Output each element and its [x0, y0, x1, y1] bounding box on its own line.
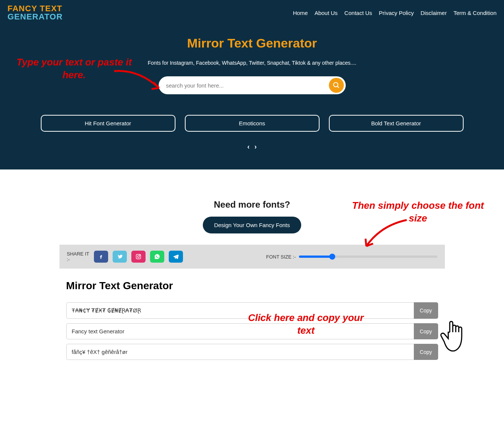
- carousel-prev[interactable]: ‹: [247, 143, 250, 150]
- design-own-button[interactable]: Design Your Own Fancy Fonts: [203, 217, 301, 233]
- carousel-next[interactable]: ›: [254, 143, 257, 150]
- copy-button[interactable]: Copy: [414, 344, 438, 360]
- pill-bold-text[interactable]: Bold Text Generator: [329, 115, 464, 132]
- page-title: Mirror Text Generator: [7, 36, 497, 51]
- search-input[interactable]: [159, 76, 346, 94]
- nav-privacy[interactable]: Privacy Policy: [379, 10, 414, 16]
- result-row: fåñç¥ †êX† gêñêrå†ør Copy: [66, 344, 438, 360]
- arrow-icon: [362, 218, 410, 252]
- telegram-icon[interactable]: [169, 251, 183, 263]
- logo-line1: FANCY TEXT: [7, 4, 63, 13]
- font-size-label: FONT SIZE :-: [266, 254, 296, 260]
- search-button[interactable]: [329, 78, 344, 93]
- nav-disclaimer[interactable]: Disclaimer: [421, 10, 447, 16]
- result-text[interactable]: fåñç¥ †êX† gêñêrå†ør: [66, 344, 414, 360]
- svg-point-4: [140, 255, 140, 256]
- instagram-icon[interactable]: [131, 251, 146, 263]
- whatsapp-icon[interactable]: [150, 251, 164, 263]
- share-label: SHARE IT :-: [67, 251, 89, 262]
- generator-title: Mirror Text Generator: [66, 280, 438, 292]
- pill-emoticons[interactable]: Emoticons: [185, 115, 320, 132]
- svg-line-1: [337, 86, 339, 88]
- site-logo[interactable]: FANCY TEXT GENERATOR: [7, 4, 63, 21]
- facebook-icon[interactable]: [94, 251, 108, 263]
- nav-about[interactable]: About Us: [315, 10, 338, 16]
- svg-point-0: [333, 83, 338, 87]
- nav-contact[interactable]: Contact Us: [344, 10, 372, 16]
- annotation-click-copy: Click here and copy your text: [239, 312, 373, 337]
- twitter-icon[interactable]: [113, 251, 127, 263]
- carousel-nav: ‹ ›: [7, 143, 497, 151]
- copy-button[interactable]: Copy: [414, 323, 438, 339]
- logo-line2: GENERATOR: [7, 13, 63, 21]
- nav-terms[interactable]: Term & Condition: [453, 10, 497, 16]
- arrow-icon: [112, 67, 165, 94]
- font-size-slider[interactable]: [299, 256, 437, 258]
- top-nav: Home About Us Contact Us Privacy Policy …: [293, 10, 497, 16]
- search-icon: [333, 82, 340, 89]
- copy-button[interactable]: Copy: [414, 302, 438, 319]
- nav-home[interactable]: Home: [293, 10, 308, 16]
- pill-hit-font[interactable]: Hit Font Generator: [41, 115, 175, 132]
- svg-point-3: [137, 256, 139, 258]
- slider-thumb[interactable]: [329, 254, 335, 260]
